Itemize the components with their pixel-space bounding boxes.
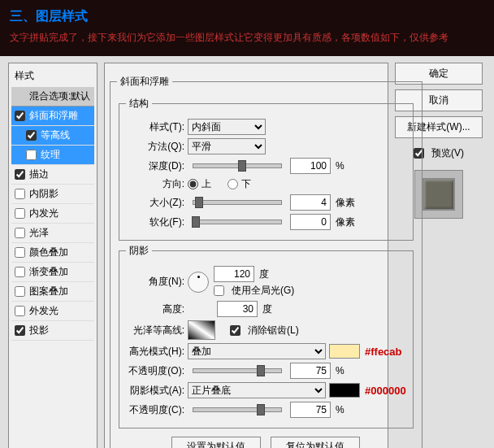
style-label: 渐变叠加 (29, 265, 68, 279)
style-label: 纹理 (41, 148, 60, 162)
global-light-checkbox[interactable] (214, 285, 224, 296)
depth-input[interactable] (290, 158, 331, 174)
style-select[interactable]: 内斜面 (188, 119, 266, 135)
style-checkbox[interactable] (26, 150, 37, 160)
size-unit: 像素 (336, 196, 355, 210)
header-title: 三、图层样式 (10, 8, 484, 25)
style-row-4[interactable]: 内阴影 (11, 185, 94, 204)
style-label: 颜色叠加 (29, 246, 68, 259)
set-default-button[interactable]: 设置为默认值 (171, 437, 261, 448)
layer-style-dialog: 样式 混合选项:默认 斜面和浮雕等高线纹理描边内阴影内发光光泽颜色叠加渐变叠加图… (0, 56, 494, 448)
style-row-2[interactable]: 纹理 (11, 146, 94, 165)
style-row-7[interactable]: 颜色叠加 (11, 243, 94, 263)
size-input[interactable] (290, 194, 331, 211)
style-row-3[interactable]: 描边 (11, 165, 94, 185)
style-checkbox[interactable] (15, 189, 25, 199)
direction-down-radio[interactable] (228, 179, 238, 189)
sh-color-swatch[interactable] (329, 383, 360, 398)
sh-opacity-input[interactable] (290, 402, 331, 418)
hl-opacity-input[interactable] (290, 363, 331, 379)
hl-opacity-unit: % (336, 365, 344, 376)
style-checkbox[interactable] (15, 169, 25, 180)
depth-label: 深度(D): (126, 159, 184, 173)
style-row-6[interactable]: 光泽 (11, 224, 94, 243)
style-checkbox[interactable] (15, 325, 25, 336)
style-checkbox[interactable] (15, 228, 25, 238)
style-label: 投影 (29, 324, 49, 337)
shading-fieldset: 阴影 角度(N): 度 使用全局光(G) (119, 244, 414, 428)
style-checkbox[interactable] (15, 247, 25, 258)
sh-opacity-label: 不透明度(C): (126, 403, 184, 417)
antialias-checkbox[interactable] (230, 325, 240, 336)
hl-opacity-slider[interactable] (193, 368, 282, 373)
sh-opacity-unit: % (336, 404, 344, 415)
reset-default-button[interactable]: 复位为默认值 (271, 437, 360, 448)
style-checkbox[interactable] (26, 130, 37, 141)
direction-up-radio[interactable] (188, 179, 198, 189)
global-light-label: 使用全局光(G) (232, 284, 294, 298)
sh-color-note: #000000 (365, 385, 406, 397)
angle-unit: 度 (259, 267, 269, 281)
soften-label: 软化(F): (126, 215, 184, 229)
depth-unit: % (336, 160, 344, 172)
style-label: 等高线 (41, 128, 70, 142)
style-row-10[interactable]: 外发光 (11, 302, 94, 321)
blend-options-row[interactable]: 混合选项:默认 (11, 87, 94, 107)
header-desc: 文字拼贴完成了，接下来我们为它添加一些图层样式让它变得更加具有质感，各项数值如下… (10, 30, 484, 45)
preview-swatch (422, 178, 455, 211)
styles-panel: 样式 混合选项:默认 斜面和浮雕等高线纹理描边内阴影内发光光泽颜色叠加渐变叠加图… (8, 63, 98, 448)
angle-input[interactable] (214, 266, 254, 282)
depth-slider[interactable] (193, 163, 282, 168)
sh-opacity-slider[interactable] (193, 407, 282, 412)
style-checkbox[interactable] (15, 267, 25, 277)
style-row-8[interactable]: 渐变叠加 (11, 263, 94, 282)
shading-legend: 阴影 (126, 244, 152, 258)
style-row-1[interactable]: 等高线 (11, 126, 94, 146)
style-label: 描边 (29, 167, 49, 181)
hl-opacity-label: 不透明度(O): (126, 364, 184, 378)
tutorial-header: 三、图层样式 文字拼贴完成了，接下来我们为它添加一些图层样式让它变得更加具有质感… (0, 0, 494, 56)
hl-mode-label: 高光模式(H): (126, 345, 184, 359)
hl-color-note: #ffecab (365, 346, 402, 358)
angle-label: 角度(N): (126, 275, 184, 289)
style-checkbox[interactable] (15, 208, 25, 219)
style-row-5[interactable]: 内发光 (11, 204, 94, 224)
size-label: 大小(Z): (126, 196, 184, 210)
angle-dial[interactable] (188, 272, 209, 293)
technique-select[interactable]: 平滑 (188, 138, 266, 154)
direction-label: 方向: (126, 177, 184, 191)
style-row-11[interactable]: 投影 (11, 321, 94, 341)
style-label: 内阴影 (29, 187, 58, 201)
style-checkbox[interactable] (15, 286, 25, 297)
structure-legend: 结构 (126, 97, 152, 111)
structure-fieldset: 结构 样式(T): 内斜面 方法(Q): 平滑 深度(D): % 方向: (119, 97, 414, 241)
style-checkbox[interactable] (15, 111, 25, 121)
styles-panel-title: 样式 (11, 67, 94, 87)
gloss-label: 光泽等高线: (126, 324, 184, 337)
sh-mode-select[interactable]: 正片叠底 (188, 382, 326, 398)
style-label: 斜面和浮雕 (29, 109, 78, 123)
size-slider[interactable] (193, 200, 282, 205)
hl-color-swatch[interactable] (329, 344, 360, 359)
soften-slider[interactable] (193, 220, 282, 224)
blend-options-label: 混合选项:默认 (29, 89, 90, 103)
style-label: 光泽 (29, 226, 49, 240)
altitude-unit: 度 (262, 302, 272, 316)
style-row-0[interactable]: 斜面和浮雕 (11, 107, 94, 126)
hl-mode-select[interactable]: 叠加 (188, 343, 326, 359)
sh-mode-label: 阴影模式(A): (126, 384, 184, 398)
style-row-9[interactable]: 图案叠加 (11, 282, 94, 302)
bevel-legend: 斜面和浮雕 (117, 75, 172, 89)
style-checkbox[interactable] (15, 306, 25, 316)
style-label: 外发光 (29, 304, 58, 318)
altitude-label: 高度: (126, 302, 184, 316)
bevel-fieldset: 斜面和浮雕 结构 样式(T): 内斜面 方法(Q): 平滑 深度(D): % (110, 75, 422, 448)
gloss-contour-picker[interactable] (188, 320, 215, 340)
options-panel: 斜面和浮雕 结构 样式(T): 内斜面 方法(Q): 平滑 深度(D): % (104, 63, 388, 448)
styles-list: 混合选项:默认 斜面和浮雕等高线纹理描边内阴影内发光光泽颜色叠加渐变叠加图案叠加… (11, 87, 94, 341)
style-label: 样式(T): (126, 120, 184, 134)
soften-input[interactable] (290, 214, 331, 230)
altitude-input[interactable] (217, 301, 258, 317)
direction-up-label: 上 (202, 177, 211, 191)
style-label: 内发光 (29, 207, 58, 220)
